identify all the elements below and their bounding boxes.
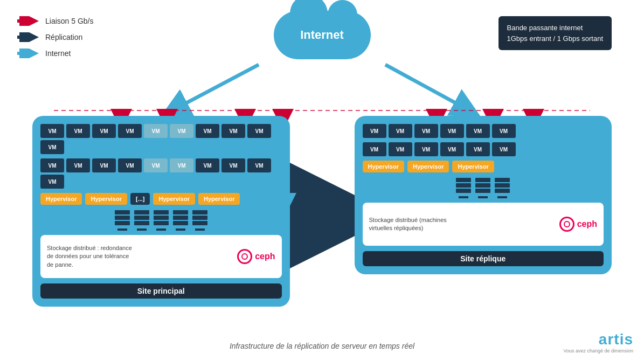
svg-line-4 (385, 65, 474, 113)
artis-tagline: Vous avez changé de dimension (563, 348, 633, 354)
storage-area-replique: Stockage distribué (machines virtuelles … (363, 203, 604, 246)
vm-cell: VM (492, 124, 516, 138)
bandwidth-line2: 1Gbps entrant / 1 Gbps sortant (507, 33, 604, 44)
vm-cell: VM (440, 124, 464, 138)
site-replique: VM VM VM VM VM VM VM VM VM VM VM VM Hype… (355, 116, 612, 274)
storage-text-principal: Stockage distribué : redondance de donné… (47, 244, 133, 269)
vm-cell: VM (144, 124, 168, 138)
vm-cell: VM (40, 140, 64, 154)
hypervisor-btn: Hypervisor (407, 161, 449, 172)
server-icon-3 (154, 210, 169, 231)
ceph-label-principal: ceph (255, 252, 275, 261)
ceph-logo-replique: ceph (559, 217, 597, 232)
svg-line-3 (167, 65, 259, 113)
hypervisor-btn: Hypervisor (198, 193, 240, 205)
vm-cell: VM (92, 158, 116, 172)
cloud: Internet (274, 11, 371, 59)
vm-cell: VM (118, 124, 142, 138)
server-icon-r3 (495, 178, 510, 198)
site-replique-label: Site réplique (363, 251, 604, 266)
caption: Infrastructure de la réplication de serv… (230, 342, 414, 350)
vm-cell: VM (247, 158, 271, 172)
vm-cell: VM (389, 124, 412, 138)
vm-cell: VM (440, 142, 464, 156)
server-icon-2 (134, 210, 149, 231)
site-principal-label: Site principal (40, 283, 282, 299)
vm-cell: VM (363, 124, 386, 138)
vm-cell: VM (92, 124, 116, 138)
vm-row-1-replique: VM VM VM VM VM VM (363, 124, 604, 138)
ceph-label-replique: ceph (577, 219, 597, 229)
vm-cell: VM (492, 142, 516, 156)
storage-area-principal: Stockage distribué : redondance de donné… (40, 235, 282, 278)
vm-cell: VM (196, 158, 219, 172)
legend-item-replication: Réplication (16, 32, 94, 42)
vm-cell: VM (414, 124, 438, 138)
vm-cell: VM (466, 124, 490, 138)
hypervisor-row-replique: Hypervisor Hypervisor Hypervisor (363, 161, 604, 172)
vm-cell: VM (221, 124, 245, 138)
site-principal: VM VM VM VM VM VM VM VM VM VM VM VM VM V… (32, 116, 290, 307)
sites-row: VM VM VM VM VM VM VM VM VM VM VM VM VM V… (32, 116, 612, 307)
vm-cell: VM (40, 124, 64, 138)
vm-cell: VM (66, 158, 90, 172)
hypervisor-btn: Hypervisor (153, 193, 195, 205)
hypervisor-btn: Hypervisor (363, 161, 404, 172)
legend-item-internet: Internet (16, 49, 94, 58)
storage-icons-principal (40, 210, 282, 231)
artis-name: artis (563, 331, 633, 348)
hypervisor-btn: Hypervisor (452, 161, 494, 172)
storage-icons-replique (363, 178, 604, 198)
vm-cell: VM (40, 175, 64, 189)
vm-cell: VM (40, 158, 64, 172)
legend-label-replication: Réplication (45, 33, 82, 41)
ceph-inner (241, 253, 248, 260)
vm-cell: VM (221, 158, 245, 172)
ceph-icon-r (559, 217, 574, 232)
vm-cell: VM (170, 158, 193, 172)
cloud-label: Internet (300, 28, 344, 42)
vm-cell: VM (170, 124, 193, 138)
legend-item-liaison: Liaison 5 Gb/s (16, 16, 94, 26)
storage-text-replique: Stockage distribué (machines virtuelles … (369, 216, 455, 233)
artis-logo: artis Vous avez changé de dimension (563, 331, 633, 354)
legend: Liaison 5 Gb/s Réplication Internet (16, 16, 94, 58)
vm-cell: VM (144, 158, 168, 172)
vm-row-2-replique: VM VM VM VM VM VM (363, 142, 604, 156)
bandwidth-line1: Bande passante internet (507, 23, 604, 33)
vm-cell: VM (414, 142, 438, 156)
legend-label-liaison: Liaison 5 Gb/s (45, 17, 94, 25)
hypervisor-btn: Hypervisor (85, 193, 127, 205)
artis-name-text: artis (599, 331, 633, 348)
server-icon-4 (173, 210, 188, 231)
vm-cell: VM (466, 142, 490, 156)
bandwidth-box: Bande passante internet 1Gbps entrant / … (498, 16, 612, 50)
legend-label-internet: Internet (45, 49, 71, 58)
ceph-icon (237, 249, 252, 264)
hypervisor-btn: Hypervisor (40, 193, 82, 205)
server-icon-r1 (456, 178, 471, 198)
ceph-inner-r (564, 221, 570, 227)
vm-cell: VM (389, 142, 412, 156)
vm-cell: VM (118, 158, 142, 172)
vm-cell: VM (247, 124, 271, 138)
vm-cell: VM (66, 124, 90, 138)
server-icon-1 (115, 210, 130, 231)
server-icon-5 (192, 210, 207, 231)
vm-cell: VM (363, 142, 386, 156)
cloud-container: Internet (274, 11, 371, 59)
vm-cell: VM (196, 124, 219, 138)
vm-row-2-principal: VM VM VM VM VM VM VM VM VM VM (40, 158, 282, 189)
vm-row-1-principal: VM VM VM VM VM VM VM VM VM VM (40, 124, 282, 154)
hypervisor-ellipsis-btn: [...] (130, 193, 150, 205)
server-icon-r2 (475, 178, 490, 198)
ceph-logo-principal: ceph (237, 249, 275, 264)
hypervisor-row-principal: Hypervisor Hypervisor [...] Hypervisor H… (40, 193, 282, 205)
